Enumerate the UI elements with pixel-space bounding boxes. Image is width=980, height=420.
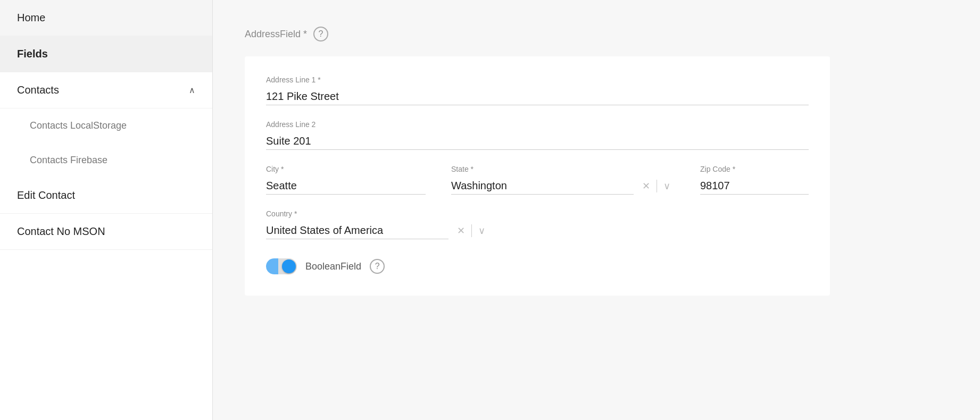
zip-input[interactable]	[700, 178, 809, 195]
state-label: State *	[451, 165, 675, 173]
address-line1-group: Address Line 1 *	[266, 75, 809, 105]
required-star: *	[301, 29, 307, 39]
country-dropdown: ✕ ∨	[266, 222, 489, 239]
city-label: City *	[266, 165, 426, 173]
sidebar-item-edit-contact-label: Edit Contact	[17, 189, 75, 201]
sidebar-item-contacts-localstorage[interactable]: Contacts LocalStorage	[0, 108, 212, 143]
sidebar-item-fields-label: Fields	[17, 48, 48, 60]
state-controls: ✕ ∨	[638, 178, 675, 194]
sidebar-item-contacts-firebase[interactable]: Contacts Firebase	[0, 143, 212, 178]
address-line1-input[interactable]	[266, 88, 809, 105]
address-field-section-label: AddressField * ?	[245, 27, 948, 41]
sidebar: Home Fields Contacts ∧ Contacts LocalSto…	[0, 0, 213, 420]
address-field-help-icon[interactable]: ?	[313, 27, 328, 41]
address-field-label-text: AddressField *	[245, 29, 307, 40]
zip-label: Zip Code *	[700, 165, 809, 173]
state-chevron-button[interactable]: ∨	[659, 178, 675, 194]
sidebar-item-contact-no-mson[interactable]: Contact No MSON	[0, 214, 212, 250]
clear-icon: ✕	[457, 225, 465, 237]
clear-icon: ✕	[642, 180, 650, 192]
address-line2-group: Address Line 2	[266, 120, 809, 150]
sidebar-item-home[interactable]: Home	[0, 0, 212, 36]
city-group: City *	[266, 165, 426, 195]
country-divider	[471, 224, 472, 237]
sidebar-item-contacts[interactable]: Contacts ∧	[0, 72, 212, 108]
toggle-thumb	[282, 259, 296, 273]
address-line2-label: Address Line 2	[266, 120, 809, 129]
state-clear-button[interactable]: ✕	[638, 178, 654, 194]
country-controls: ✕ ∨	[453, 223, 489, 239]
boolean-field-row: BooleanField ?	[266, 258, 809, 274]
country-label: Country *	[266, 209, 489, 218]
chevron-up-icon: ∧	[189, 85, 195, 95]
sidebar-item-contact-no-mson-label: Contact No MSON	[17, 225, 105, 238]
sidebar-item-edit-contact[interactable]: Edit Contact	[0, 178, 212, 214]
boolean-field-label: BooleanField	[305, 261, 361, 272]
city-state-zip-row: City * State * ✕ ∨	[266, 165, 809, 195]
sidebar-item-fields[interactable]: Fields	[0, 36, 212, 72]
address-field-label: AddressField	[245, 29, 301, 39]
sidebar-item-contacts-label: Contacts	[17, 84, 59, 96]
chevron-down-icon: ∨	[478, 225, 485, 237]
sidebar-item-home-label: Home	[17, 12, 45, 24]
country-col: Country * ✕ ∨	[266, 209, 489, 239]
sidebar-item-contacts-firebase-label: Contacts Firebase	[30, 155, 107, 166]
main-content: AddressField * ? Address Line 1 * Addres…	[213, 0, 980, 420]
country-group: Country * ✕ ∨	[266, 209, 809, 239]
country-clear-button[interactable]: ✕	[453, 223, 469, 239]
state-group: State * ✕ ∨	[451, 165, 675, 195]
country-input[interactable]	[266, 222, 449, 239]
city-input[interactable]	[266, 178, 426, 195]
address-line1-label: Address Line 1 *	[266, 75, 809, 84]
state-dropdown: ✕ ∨	[451, 178, 675, 195]
zip-group: Zip Code *	[700, 165, 809, 195]
boolean-field-help-icon[interactable]: ?	[370, 259, 385, 274]
chevron-down-icon: ∨	[663, 180, 670, 192]
state-input[interactable]	[451, 178, 634, 195]
state-divider	[657, 180, 657, 192]
boolean-toggle[interactable]	[266, 258, 297, 274]
country-chevron-button[interactable]: ∨	[474, 223, 489, 239]
address-line2-input[interactable]	[266, 133, 809, 150]
sidebar-item-contacts-localstorage-label: Contacts LocalStorage	[30, 120, 127, 131]
